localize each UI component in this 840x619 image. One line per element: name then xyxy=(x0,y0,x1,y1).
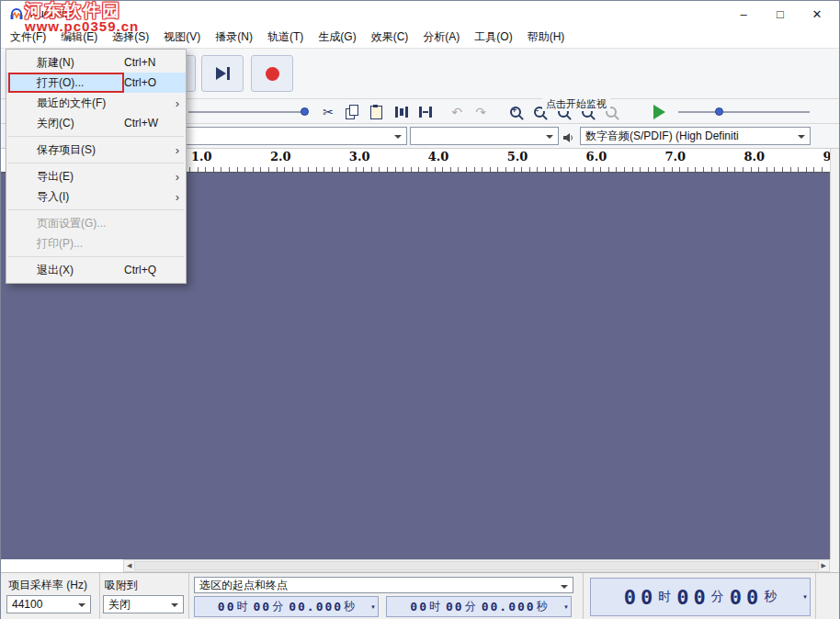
window-title: Audacity xyxy=(30,7,73,20)
monitor-hint-text[interactable]: 点击开始监视 xyxy=(542,97,610,111)
menu-separator xyxy=(8,163,184,163)
trim-audio-button[interactable] xyxy=(391,101,413,122)
menu-generate[interactable]: 生成(G) xyxy=(311,27,363,48)
scroll-left-arrow-icon[interactable]: ◀ xyxy=(127,562,131,569)
menu-select[interactable]: 选择(S) xyxy=(105,27,156,48)
dropdown-arrow-icon[interactable]: ▼ xyxy=(802,594,808,600)
menu-help[interactable]: 帮助(H) xyxy=(520,27,573,48)
selection-start-counter[interactable]: 00 时 00 分 00.000 秒 ▼ xyxy=(194,596,379,617)
annotation-red-box xyxy=(8,73,124,93)
snap-to-label: 吸附到 xyxy=(105,578,138,593)
minimize-button[interactable]: – xyxy=(725,1,762,27)
menu-edit[interactable]: 编辑(E) xyxy=(53,27,105,48)
zoom-in-icon xyxy=(510,107,521,118)
paste-button[interactable] xyxy=(365,101,387,122)
status-divider xyxy=(188,573,189,619)
recording-channels-combo[interactable] xyxy=(410,127,559,145)
record-icon xyxy=(266,67,279,81)
scissors-icon: ✂ xyxy=(323,105,334,119)
audio-position-counter[interactable]: 00 时 00 分 00 秒 ▼ xyxy=(590,578,811,616)
menu-separator xyxy=(8,209,184,210)
status-divider xyxy=(583,573,584,619)
status-bar: 项目采样率 (Hz) 44100 吸附到 关闭 选区的起点和终点 00 时 00… xyxy=(1,572,839,619)
submenu-arrow-icon: › xyxy=(176,190,179,204)
trim-icon xyxy=(395,107,408,118)
submenu-arrow-icon: › xyxy=(176,143,179,157)
menu-item-open[interactable]: 打开(O)... Ctrl+O xyxy=(6,73,186,93)
mixer-volume-slider-thumb[interactable] xyxy=(301,107,309,116)
menu-item-page-setup[interactable]: 页面设置(G)... xyxy=(6,213,186,233)
menu-bar: 文件(F) 编辑(E) 选择(S) 视图(V) 播录(N) 轨道(T) 生成(G… xyxy=(1,27,839,49)
ruler-tick-marks xyxy=(189,167,830,172)
silence-icon xyxy=(419,107,432,118)
title-bar: Audacity – □ ✕ xyxy=(1,1,839,27)
close-button[interactable]: ✕ xyxy=(799,1,835,27)
menu-transport[interactable]: 播录(N) xyxy=(208,27,260,48)
sample-rate-label: 项目采样率 (Hz) xyxy=(8,578,87,593)
snap-to-combo[interactable]: 关闭 xyxy=(103,595,184,613)
vertical-scrollbar[interactable] xyxy=(830,149,839,559)
menu-item-new[interactable]: 新建(N) Ctrl+N xyxy=(6,52,186,73)
redo-button[interactable]: ↷ xyxy=(470,101,492,122)
playback-device-combo[interactable]: 数字音频(S/PDIF) (High Definiti xyxy=(580,127,811,145)
file-menu: 新建(N) Ctrl+N 打开(O)... Ctrl+O 最近的文件(F) › … xyxy=(6,49,187,284)
cut-button[interactable]: ✂ xyxy=(317,101,339,122)
play-speed-slider[interactable] xyxy=(678,111,810,113)
paste-icon xyxy=(370,106,382,119)
horizontal-scrollbar[interactable]: ◀ ▶ xyxy=(123,559,830,572)
dropdown-arrow-icon[interactable]: ▼ xyxy=(370,604,376,610)
menu-tools[interactable]: 工具(O) xyxy=(467,27,519,48)
status-divider xyxy=(99,573,100,619)
window-controls: – □ ✕ xyxy=(725,1,835,27)
menu-item-export[interactable]: 导出(E) › xyxy=(6,166,186,186)
menu-item-print[interactable]: 打印(P)... xyxy=(6,233,186,253)
menu-tracks[interactable]: 轨道(T) xyxy=(260,27,311,48)
skip-to-end-button[interactable] xyxy=(201,55,244,92)
scrollbar-corner xyxy=(830,559,839,572)
selection-mode-combo[interactable]: 选区的起点和终点 xyxy=(194,577,573,593)
record-button[interactable] xyxy=(251,55,293,92)
menu-effect[interactable]: 效果(C) xyxy=(364,27,416,48)
horizontal-scrollbar-thumb[interactable] xyxy=(134,561,818,570)
mixer-volume-slider[interactable] xyxy=(188,111,308,113)
sample-rate-combo[interactable]: 44100 xyxy=(6,595,91,613)
menu-item-exit[interactable]: 退出(X) Ctrl+Q xyxy=(6,260,186,280)
skip-to-end-icon xyxy=(216,67,230,80)
menu-item-import[interactable]: 导入(I) › xyxy=(6,186,186,207)
play-speed-slider-thumb[interactable] xyxy=(715,107,723,116)
menu-item-recent-files[interactable]: 最近的文件(F) › xyxy=(6,93,186,113)
undo-icon: ↶ xyxy=(451,105,462,119)
audacity-logo-icon xyxy=(8,6,25,22)
silence-audio-button[interactable] xyxy=(414,101,437,122)
submenu-arrow-icon: › xyxy=(176,96,179,110)
speaker-icon xyxy=(562,130,574,147)
menu-item-close[interactable]: 关闭(C) Ctrl+W xyxy=(6,113,186,133)
ruler-numbers: 1.0 2.0 3.0 4.0 5.0 6.0 7.0 8.0 9. xyxy=(191,150,835,163)
status-divider xyxy=(815,573,816,619)
selection-end-counter[interactable]: 00 时 00 分 00.000 秒 ▼ xyxy=(386,596,572,617)
scroll-right-arrow-icon[interactable]: ▶ xyxy=(822,562,826,569)
copy-button[interactable] xyxy=(341,101,363,122)
audacity-window: Audacity – □ ✕ 河东软件园 www.pc0359.cn 文件(F)… xyxy=(0,0,840,619)
play-at-speed-icon xyxy=(653,105,665,119)
menu-item-save-project[interactable]: 保存项目(S) › xyxy=(6,140,186,160)
maximize-button[interactable]: □ xyxy=(762,1,799,27)
copy-icon xyxy=(346,105,358,118)
dropdown-arrow-icon[interactable]: ▼ xyxy=(563,604,569,610)
menu-separator xyxy=(8,256,184,257)
menu-view[interactable]: 视图(V) xyxy=(156,27,208,48)
zoom-in-button[interactable] xyxy=(505,101,527,122)
undo-button[interactable]: ↶ xyxy=(446,101,468,122)
menu-analyze[interactable]: 分析(A) xyxy=(415,27,467,48)
redo-icon: ↷ xyxy=(475,105,486,119)
recording-device-combo[interactable] xyxy=(148,127,407,145)
play-at-speed-button[interactable] xyxy=(648,101,670,122)
submenu-arrow-icon: › xyxy=(176,170,179,184)
menu-file[interactable]: 文件(F) xyxy=(3,27,53,48)
menu-separator xyxy=(8,136,184,137)
